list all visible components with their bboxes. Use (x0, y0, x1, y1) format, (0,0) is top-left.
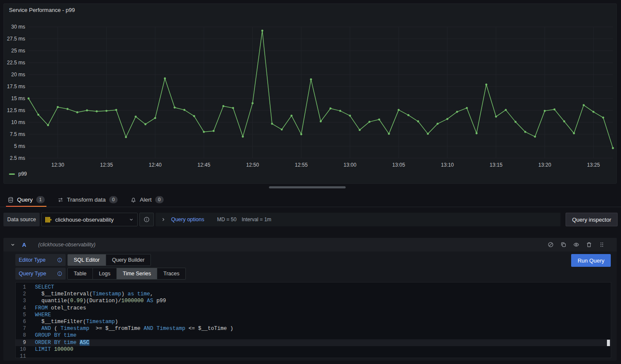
drag-handle[interactable] (599, 242, 605, 248)
query-type-option-table[interactable]: Table (68, 268, 92, 279)
tab-query[interactable]: Query 1 (7, 193, 46, 207)
code-text: $__timeInterval(Timestamp) as time, (26, 291, 153, 298)
code-text: FROM otel_traces (26, 305, 86, 312)
data-point (466, 107, 468, 109)
query-type-option-logs[interactable]: Logs (92, 268, 116, 279)
query-type-label-text: Query Type (19, 271, 46, 277)
data-point (427, 133, 429, 135)
chevron-right-icon[interactable] (161, 217, 166, 222)
data-point (573, 132, 575, 134)
code-line-1[interactable]: 1SELECT (16, 284, 611, 291)
query-inspector-button[interactable]: Query inspector (566, 213, 618, 226)
y-axis-label: 25 ms (11, 48, 25, 54)
query-type-label: Query Type (15, 268, 66, 280)
data-point (495, 116, 497, 118)
code-text: AND ( Timestamp >= $__fromTime AND Times… (26, 325, 233, 332)
code-line-8[interactable]: 8GROUP BY time (16, 332, 611, 339)
duplicate-query-button[interactable] (560, 242, 566, 248)
data-point (47, 124, 49, 126)
data-point (193, 115, 195, 117)
legend-swatch (9, 173, 15, 175)
datasource-help-button[interactable] (139, 213, 154, 226)
code-line-7[interactable]: 7 AND ( Timestamp >= $__fromTime AND Tim… (16, 325, 611, 332)
line-number: 11 (16, 353, 26, 358)
query-options-bar: Query options MD = 50 Interval = 1m (156, 213, 560, 226)
chart-legend-item-p99[interactable]: p99 (4, 170, 616, 177)
data-point (524, 131, 526, 133)
code-line-3[interactable]: 3 quantile(0.99)(Duration)/1000000 AS p9… (16, 298, 611, 304)
y-axis-label: 5 ms (14, 143, 25, 149)
code-line-2[interactable]: 2 $__timeInterval(Timestamp) as time, (16, 291, 611, 298)
query-options-link[interactable]: Query options (171, 217, 204, 222)
eye-icon (573, 242, 579, 248)
code-line-9[interactable]: 9ORDER BY time ASC (16, 339, 611, 346)
data-point (281, 128, 283, 130)
y-axis-label: 27.5 ms (7, 36, 25, 42)
editor-type-option-sql-editor[interactable]: SQL Editor (68, 254, 106, 266)
bell-icon (130, 197, 136, 203)
data-point (349, 115, 351, 117)
collapse-chevron-icon[interactable] (10, 242, 15, 247)
code-line-5[interactable]: 5WHERE (16, 312, 611, 318)
data-point (368, 121, 370, 123)
query-type-option-time-series[interactable]: Time Series (116, 268, 157, 279)
editor-type-label: Editor Type (15, 254, 66, 266)
query-row-header[interactable]: A (clickhouse-observability) (3, 238, 617, 251)
code-line-10[interactable]: 10LIMIT 100000 (16, 346, 611, 353)
code-line-6[interactable]: 6 $__timeFilter(Timestamp) (16, 318, 611, 325)
datasource-picker[interactable]: clickhouse-observability (41, 213, 138, 226)
data-point (505, 109, 507, 111)
tab-count-badge: 0 (109, 196, 118, 203)
info-icon[interactable] (57, 257, 62, 263)
circle-slash-icon (548, 242, 554, 248)
x-axis-label: 12:45 (197, 162, 210, 168)
line-number: 4 (16, 305, 26, 312)
scrollbar-cursor-marker[interactable] (607, 340, 610, 346)
x-axis-label: 13:15 (490, 162, 503, 168)
x-axis-label: 12:50 (246, 162, 259, 168)
line-number: 7 (16, 325, 26, 332)
timeseries-panel: Service Performance - p99 2.5 ms5 ms7.5 … (3, 3, 617, 184)
tab-count-badge: 1 (36, 196, 45, 203)
data-point (310, 78, 312, 81)
query-type-toggle: TableLogsTime SeriesTraces (67, 268, 186, 280)
query-type-option-traces[interactable]: Traces (157, 268, 185, 279)
editor-type-option-query-builder[interactable]: Query Builder (106, 254, 150, 266)
code-text (26, 353, 35, 358)
copy-icon (560, 242, 566, 248)
chevron-down-icon (129, 217, 134, 222)
data-point (213, 130, 215, 132)
code-line-11[interactable]: 11 (16, 353, 611, 358)
remove-query-button[interactable] (586, 242, 592, 248)
code-text: LIMIT 100000 (26, 346, 73, 353)
hide-response-button[interactable] (573, 242, 579, 248)
editor-type-toggle: SQL EditorQuery Builder (67, 254, 151, 266)
tab-transform-data[interactable]: Transform data 0 (57, 193, 118, 207)
panel-title[interactable]: Service Performance - p99 (4, 4, 616, 16)
info-icon[interactable] (57, 271, 62, 276)
timeseries-chart[interactable]: 2.5 ms5 ms7.5 ms10 ms12.5 ms15 ms17.5 ms… (6, 16, 615, 170)
data-point (534, 136, 536, 138)
data-point (320, 120, 322, 122)
line-number: 2 (16, 291, 26, 298)
code-text: $__timeFilter(Timestamp) (26, 318, 118, 325)
code-text: WHERE (26, 312, 51, 318)
editor-type-row: Editor Type SQL EditorQuery Builder (15, 254, 151, 266)
data-point (66, 108, 69, 110)
data-point (407, 114, 410, 116)
data-point (398, 109, 400, 111)
disable-query-button[interactable] (548, 242, 554, 248)
data-point (485, 84, 488, 86)
y-axis-label: 2.5 ms (10, 155, 25, 161)
query-ref-id: A (22, 242, 26, 248)
sql-editor[interactable]: 1SELECT2 $__timeInterval(Timestamp) as t… (15, 282, 611, 358)
code-text: quantile(0.99)(Duration)/1000000 AS p99 (26, 298, 166, 304)
data-point (115, 109, 117, 111)
horizontal-scrollbar-thumb[interactable] (269, 186, 346, 188)
run-query-button[interactable]: Run Query (571, 254, 611, 267)
data-point (612, 147, 614, 149)
data-point (261, 30, 263, 32)
line-number: 9 (16, 339, 26, 346)
tab-alert[interactable]: Alert 0 (130, 193, 165, 207)
code-line-4[interactable]: 4FROM otel_traces (16, 305, 611, 312)
